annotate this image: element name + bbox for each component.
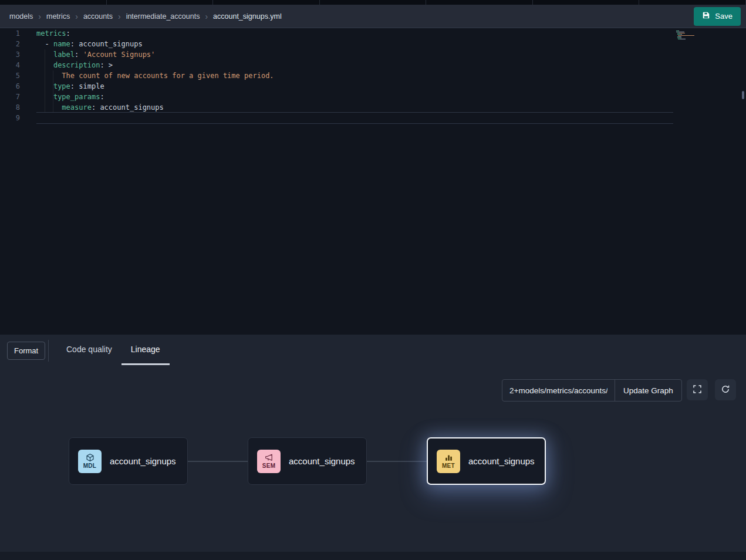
editor-scrollbar[interactable] bbox=[742, 91, 744, 99]
line-number: 9 bbox=[0, 113, 20, 123]
line-number: 4 bbox=[0, 60, 20, 70]
breadcrumb-item[interactable]: intermediate_accounts bbox=[126, 12, 200, 21]
code-line[interactable]: type: simple bbox=[36, 81, 673, 92]
top-tab[interactable] bbox=[107, 0, 214, 5]
graph-selector: Update Graph bbox=[502, 379, 682, 402]
node-label: account_signups bbox=[110, 456, 176, 466]
breadcrumb-item[interactable]: account_signups.yml bbox=[213, 12, 282, 21]
selector-input[interactable] bbox=[502, 380, 615, 401]
save-button[interactable]: Save bbox=[694, 7, 741, 26]
code-line[interactable]: type_params: bbox=[36, 92, 673, 102]
panel-footer bbox=[0, 552, 746, 560]
save-icon bbox=[702, 11, 710, 21]
top-tab[interactable] bbox=[213, 0, 320, 5]
top-tab[interactable] bbox=[426, 0, 533, 5]
node-type-badge: MET bbox=[442, 463, 455, 469]
breadcrumb-item[interactable]: models bbox=[9, 12, 33, 21]
line-number: 3 bbox=[0, 49, 20, 60]
fullscreen-button[interactable] bbox=[687, 379, 708, 400]
line-number: 1 bbox=[0, 28, 20, 39]
line-number: 5 bbox=[0, 70, 20, 81]
lineage-node-met[interactable]: METaccount_signups bbox=[427, 437, 546, 485]
top-tab[interactable] bbox=[0, 0, 107, 5]
lineage-edge bbox=[367, 461, 427, 462]
code-editor[interactable]: 123456789 metrics: - name: account_signu… bbox=[0, 28, 746, 335]
line-number-gutter: 123456789 bbox=[0, 28, 20, 123]
fullscreen-icon bbox=[693, 384, 702, 396]
tab-code-quality[interactable]: Code quality bbox=[57, 335, 121, 365]
code-line[interactable]: label: 'Account Signups' bbox=[36, 49, 673, 60]
lineage-node-mdl[interactable]: MDLaccount_signups bbox=[69, 437, 188, 485]
breadcrumb-bar: models›metrics›accounts›intermediate_acc… bbox=[0, 5, 746, 28]
line-number: 2 bbox=[0, 39, 20, 49]
line-number: 6 bbox=[0, 81, 20, 92]
refresh-button[interactable] bbox=[715, 379, 736, 400]
line-number: 8 bbox=[0, 102, 20, 113]
megaphone-icon: SEM bbox=[257, 450, 281, 473]
update-graph-button[interactable]: Update Graph bbox=[615, 380, 681, 401]
breadcrumb-item[interactable]: accounts bbox=[83, 12, 113, 21]
minimap[interactable] bbox=[676, 31, 710, 41]
node-type-badge: SEM bbox=[262, 463, 276, 469]
breadcrumb-separator-icon: › bbox=[118, 12, 121, 21]
code-line[interactable]: description: > bbox=[36, 60, 673, 70]
breadcrumb: models›metrics›accounts›intermediate_acc… bbox=[9, 12, 694, 21]
lineage-edge bbox=[188, 461, 248, 462]
node-label: account_signups bbox=[468, 456, 535, 466]
breadcrumb-separator-icon: › bbox=[75, 12, 78, 21]
code-line[interactable]: metrics: bbox=[36, 28, 673, 39]
node-label: account_signups bbox=[289, 456, 355, 466]
save-label: Save bbox=[715, 12, 733, 21]
code-line[interactable]: - name: account_signups bbox=[36, 39, 673, 49]
top-tab[interactable] bbox=[320, 0, 427, 5]
node-type-badge: MDL bbox=[83, 463, 97, 469]
code-content[interactable]: metrics: - name: account_signups label: … bbox=[36, 28, 673, 123]
line-number: 7 bbox=[0, 92, 20, 102]
format-button[interactable]: Format bbox=[7, 342, 45, 360]
code-line[interactable] bbox=[36, 113, 673, 123]
top-tab[interactable] bbox=[639, 0, 746, 5]
breadcrumb-separator-icon: › bbox=[38, 12, 41, 21]
bar-chart-icon: MET bbox=[437, 450, 460, 473]
code-line[interactable]: The count of new accounts for a given ti… bbox=[36, 70, 673, 81]
top-tab[interactable] bbox=[533, 0, 640, 5]
refresh-icon bbox=[721, 384, 730, 396]
app-window: models›metrics›accounts›intermediate_acc… bbox=[0, 0, 746, 560]
divider bbox=[48, 340, 49, 362]
bottom-panel: Format Code qualityLineage Update Graph … bbox=[0, 335, 746, 560]
breadcrumb-separator-icon: › bbox=[205, 12, 208, 21]
top-tab-strip bbox=[0, 0, 746, 5]
lineage-node-sem[interactable]: SEMaccount_signups bbox=[248, 437, 367, 485]
code-line[interactable]: measure: account_signups bbox=[36, 102, 673, 113]
cube-icon: MDL bbox=[78, 450, 102, 473]
panel-tabs: Code qualityLineage bbox=[57, 335, 170, 365]
breadcrumb-item[interactable]: metrics bbox=[46, 12, 70, 21]
tab-lineage[interactable]: Lineage bbox=[121, 335, 170, 365]
